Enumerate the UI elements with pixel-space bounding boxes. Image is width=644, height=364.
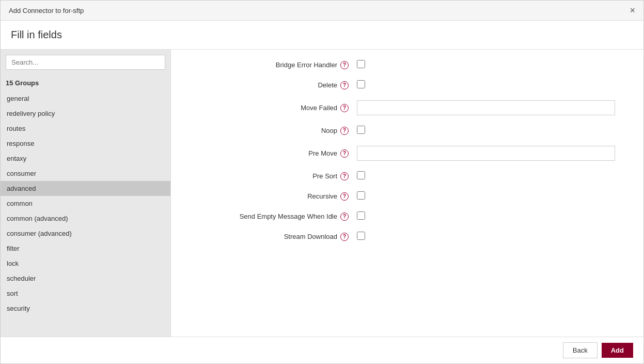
sidebar-item-general[interactable]: general [1,91,170,106]
groups-label: 15 Groups [1,75,170,91]
field-pre-sort: Pre Sort ? [192,171,623,181]
search-input[interactable] [6,55,165,70]
help-icon-move-failed[interactable]: ? [340,104,349,112]
modal-title: Add Connector to for-sftp [9,7,84,14]
sidebar-item-response[interactable]: response [1,136,170,151]
help-icon-delete[interactable]: ? [340,81,349,89]
content-area: Bridge Error Handler ? Delete ? [171,50,643,337]
sidebar-item-filter[interactable]: filter [1,241,170,256]
checkbox-bridge-error-handler[interactable] [357,60,365,68]
sidebar-item-entaxy[interactable]: entaxy [1,151,170,166]
field-label-noop: Noop [321,127,337,134]
help-icon-send-empty-message[interactable]: ? [340,213,349,221]
sidebar-item-consumer[interactable]: consumer [1,166,170,181]
field-label-send-empty-message: Send Empty Message When Idle [240,213,337,220]
page-title: Fill in fields [1,21,643,50]
input-move-failed[interactable] [357,100,615,115]
modal-body: 15 Groups general redelivery policy rout… [1,50,643,337]
sidebar-item-consumer-advanced[interactable]: consumer (advanced) [1,226,170,241]
sidebar-item-common-advanced[interactable]: common (advanced) [1,211,170,226]
sidebar-item-sort[interactable]: sort [1,286,170,301]
back-button[interactable]: Back [563,342,598,358]
checkbox-recursive[interactable] [357,191,365,200]
field-label-delete: Delete [318,81,337,89]
field-noop: Noop ? [192,126,623,135]
checkbox-noop[interactable] [357,126,365,134]
help-icon-stream-download[interactable]: ? [340,233,349,241]
modal-header: Add Connector to for-sftp × [1,1,643,21]
field-recursive: Recursive ? [192,191,623,201]
field-stream-download: Stream Download ? [192,232,623,241]
checkbox-delete[interactable] [357,80,365,88]
help-icon-bridge-error-handler[interactable]: ? [340,61,349,69]
modal-footer: Back Add [1,337,643,363]
field-send-empty-message: Send Empty Message When Idle ? [192,211,623,221]
help-icon-pre-sort[interactable]: ? [340,172,349,180]
field-label-pre-move: Pre Move [308,149,337,157]
field-label-pre-sort: Pre Sort [312,172,337,180]
sidebar-item-common[interactable]: common [1,196,170,211]
field-label-move-failed: Move Failed [301,104,337,112]
sidebar-item-lock[interactable]: lock [1,256,170,271]
checkbox-send-empty-message[interactable] [357,211,365,220]
sidebar: 15 Groups general redelivery policy rout… [1,50,171,337]
help-icon-recursive[interactable]: ? [340,192,349,201]
help-icon-noop[interactable]: ? [340,127,349,135]
close-button[interactable]: × [630,6,635,15]
input-pre-move[interactable] [357,146,615,161]
sidebar-item-redelivery-policy[interactable]: redelivery policy [1,106,170,121]
add-button[interactable]: Add [602,343,633,358]
field-pre-move: Pre Move ? [192,146,623,161]
field-move-failed: Move Failed ? [192,100,623,115]
checkbox-pre-sort[interactable] [357,171,365,179]
sidebar-item-scheduler[interactable]: scheduler [1,271,170,286]
sidebar-item-advanced[interactable]: advanced [1,181,170,196]
modal-dialog: Add Connector to for-sftp × Fill in fiel… [0,0,644,364]
field-bridge-error-handler: Bridge Error Handler ? [192,60,623,70]
field-label-bridge-error-handler: Bridge Error Handler [276,61,337,69]
field-label-recursive: Recursive [307,192,337,200]
sidebar-item-security[interactable]: security [1,301,170,316]
field-label-stream-download: Stream Download [284,233,337,240]
help-icon-pre-move[interactable]: ? [340,149,349,158]
checkbox-stream-download[interactable] [357,232,365,240]
field-delete: Delete ? [192,80,623,90]
sidebar-item-routes[interactable]: routes [1,121,170,136]
